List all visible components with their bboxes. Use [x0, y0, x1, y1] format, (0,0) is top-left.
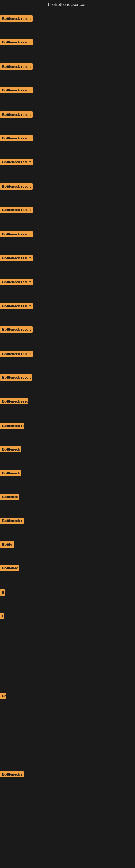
bottleneck-badge-11[interactable]: Bottleneck result [0, 255, 33, 261]
bottleneck-badge-4[interactable]: Bottleneck result [0, 87, 33, 93]
bottleneck-item-10: Bottleneck result [0, 231, 33, 239]
bottleneck-item-23: Bottle [0, 541, 14, 549]
bottleneck-item-13: Bottleneck result [0, 303, 33, 310]
bottleneck-item-18: Bottleneck result [0, 423, 24, 430]
bottleneck-badge-25[interactable]: B [0, 589, 5, 596]
bottleneck-badge-12[interactable]: Bottleneck result [0, 279, 33, 285]
bottleneck-badge-18[interactable]: Bottleneck result [0, 423, 24, 429]
bottleneck-item-1: Bottleneck result [0, 16, 33, 23]
bottleneck-item-12: Bottleneck result [0, 279, 33, 286]
bottleneck-badge-21[interactable]: Bottlenec [0, 494, 19, 500]
bottleneck-item-24: Bottlenec [0, 565, 19, 572]
bottleneck-item-16: Bottleneck result [0, 374, 32, 382]
bottleneck-item-9: Bottleneck result [0, 207, 33, 214]
bottleneck-badge-7[interactable]: Bottleneck result [0, 159, 33, 165]
bottleneck-item-28: Bottleneck r [0, 771, 24, 778]
bottleneck-item-8: Bottleneck result [0, 183, 33, 191]
bottleneck-badge-1[interactable]: Bottleneck result [0, 16, 33, 22]
bottleneck-item-2: Bottleneck result [0, 39, 33, 46]
bottleneck-item-21: Bottlenec [0, 494, 19, 501]
bottleneck-item-22: Bottleneck r [0, 518, 24, 525]
bottleneck-item-20: Bottleneck [0, 470, 21, 477]
bottleneck-badge-17[interactable]: Bottleneck result [0, 398, 28, 404]
site-title: TheBottlenecker.com [0, 0, 135, 8]
bottleneck-badge-15[interactable]: Bottleneck result [0, 351, 33, 357]
bottleneck-badge-23[interactable]: Bottle [0, 541, 14, 548]
bottleneck-badge-20[interactable]: Bottleneck [0, 470, 21, 476]
bottleneck-item-11: Bottleneck result [0, 255, 33, 262]
bottleneck-item-3: Bottleneck result [0, 63, 33, 71]
bottleneck-badge-8[interactable]: Bottleneck result [0, 183, 33, 190]
bottleneck-badge-16[interactable]: Bottleneck result [0, 374, 32, 380]
bottleneck-badge-19[interactable]: Bottleneck [0, 446, 21, 453]
bottleneck-item-14: Bottleneck result [0, 326, 33, 334]
bottleneck-badge-13[interactable]: Bottleneck result [0, 303, 33, 309]
bottleneck-badge-3[interactable]: Bottleneck result [0, 63, 33, 70]
bottleneck-item-6: Bottleneck result [0, 135, 33, 143]
bottleneck-badge-5[interactable]: Bottleneck result [0, 112, 33, 118]
bottleneck-item-26: I [0, 613, 4, 620]
bottleneck-badge-10[interactable]: Bottleneck result [0, 231, 33, 237]
bottleneck-badge-14[interactable]: Bottleneck result [0, 326, 33, 333]
bottleneck-item-4: Bottleneck result [0, 87, 33, 94]
bottleneck-badge-27[interactable]: Bo [0, 693, 6, 699]
bottleneck-item-19: Bottleneck [0, 446, 21, 454]
bottleneck-item-25: B [0, 589, 5, 597]
bottleneck-badge-28[interactable]: Bottleneck r [0, 771, 24, 777]
bottleneck-item-15: Bottleneck result [0, 351, 33, 358]
bottleneck-badge-22[interactable]: Bottleneck r [0, 518, 24, 524]
bottleneck-item-5: Bottleneck result [0, 112, 33, 119]
bottleneck-badge-26[interactable]: I [0, 613, 4, 619]
bottleneck-badge-6[interactable]: Bottleneck result [0, 135, 33, 141]
bottleneck-item-17: Bottleneck result [0, 398, 28, 405]
bottleneck-item-7: Bottleneck result [0, 159, 33, 166]
bottleneck-badge-9[interactable]: Bottleneck result [0, 207, 33, 213]
bottleneck-item-27: Bo [0, 693, 6, 701]
bottleneck-badge-2[interactable]: Bottleneck result [0, 39, 33, 45]
bottleneck-badge-24[interactable]: Bottlenec [0, 565, 19, 571]
